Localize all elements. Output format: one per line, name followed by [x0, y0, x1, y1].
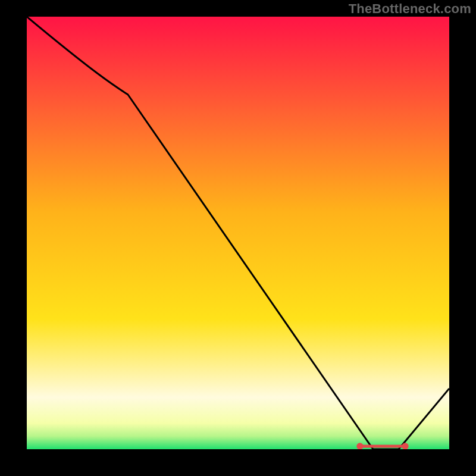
- chart-frame: TheBottleneck.com: [0, 0, 476, 476]
- marker-start-dot: [358, 444, 362, 448]
- optimal-markers-group: [358, 444, 407, 448]
- chart-svg: [27, 17, 449, 449]
- gradient-background: [27, 17, 449, 449]
- watermark-text: TheBottleneck.com: [349, 1, 471, 17]
- plot-area: [27, 17, 449, 449]
- marker-end-dot: [403, 444, 407, 448]
